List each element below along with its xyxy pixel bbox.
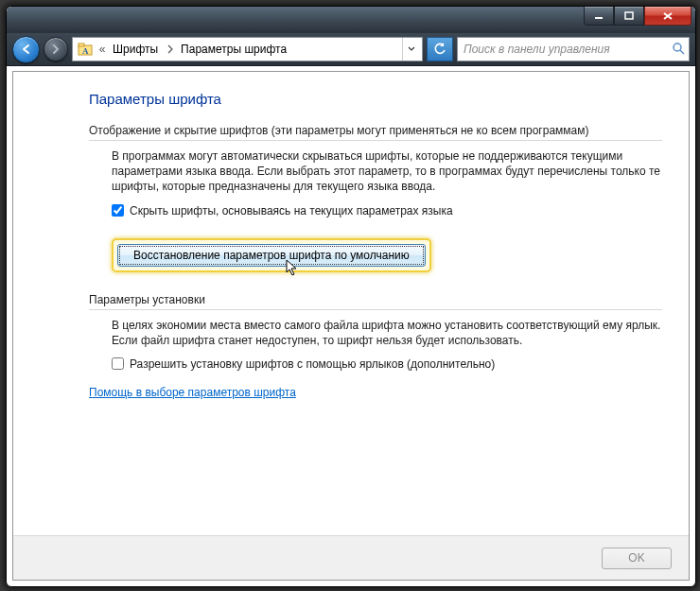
minimize-icon bbox=[594, 11, 604, 21]
allow-shortcut-install-row[interactable]: Разрешить установку шрифтов с помощью яр… bbox=[112, 357, 662, 371]
svg-text:A: A bbox=[82, 46, 89, 56]
breadcrumb[interactable]: A « Шрифты Параметры шрифта bbox=[72, 37, 423, 61]
refresh-icon bbox=[433, 43, 446, 56]
close-button[interactable] bbox=[644, 6, 691, 26]
section2-body: В целях экономии места вместо самого фай… bbox=[112, 318, 662, 348]
section1-header-text: Отображение и скрытие шрифтов (эти парам… bbox=[89, 124, 589, 137]
chevron-down-icon bbox=[408, 46, 415, 52]
content-inner: Параметры шрифта Отображение и скрытие ш… bbox=[13, 72, 689, 535]
ok-button[interactable]: OK bbox=[602, 548, 672, 569]
back-button[interactable] bbox=[12, 36, 40, 63]
content-pane: Параметры шрифта Отображение и скрытие ш… bbox=[12, 71, 690, 581]
search-box[interactable] bbox=[457, 37, 690, 61]
navigation-bar: A « Шрифты Параметры шрифта bbox=[7, 33, 695, 66]
close-icon bbox=[662, 11, 674, 21]
svg-rect-1 bbox=[625, 12, 633, 19]
folder-icon: A bbox=[77, 41, 94, 58]
restore-button-highlight: Восстановление параметров шрифта по умол… bbox=[112, 238, 431, 272]
search-icon bbox=[672, 42, 685, 58]
title-bar bbox=[7, 7, 695, 33]
allow-shortcut-install-checkbox[interactable] bbox=[112, 357, 124, 370]
svg-line-6 bbox=[680, 50, 684, 54]
section1-body: В программах могут автоматически скрыват… bbox=[112, 148, 662, 195]
allow-shortcut-install-label: Разрешить установку шрифтов с помощью яр… bbox=[130, 357, 495, 371]
section2-header: Параметры установки bbox=[89, 293, 662, 310]
section2-header-text: Параметры установки bbox=[89, 293, 205, 306]
page-title: Параметры шрифта bbox=[89, 91, 662, 107]
chevron-left-double-icon: « bbox=[96, 43, 109, 56]
footer-bar: OK bbox=[13, 535, 689, 580]
search-input[interactable] bbox=[462, 42, 672, 57]
svg-point-5 bbox=[674, 43, 681, 51]
section1-header: Отображение и скрытие шрифтов (эти парам… bbox=[89, 124, 662, 141]
arrow-right-icon bbox=[50, 43, 61, 55]
control-panel-window: A « Шрифты Параметры шрифта Параметры шр… bbox=[6, 6, 696, 587]
help-link[interactable]: Помощь в выборе параметров шрифта bbox=[89, 386, 296, 399]
arrow-left-icon bbox=[20, 43, 33, 56]
maximize-button[interactable] bbox=[614, 6, 644, 26]
refresh-button[interactable] bbox=[427, 37, 453, 61]
breadcrumb-dropdown[interactable] bbox=[402, 38, 420, 61]
hide-fonts-label: Скрыть шрифты, основываясь на текущих па… bbox=[130, 204, 453, 217]
window-controls bbox=[584, 6, 691, 26]
hide-fonts-checkbox[interactable] bbox=[112, 204, 124, 217]
forward-button[interactable] bbox=[44, 37, 68, 61]
maximize-icon bbox=[624, 11, 634, 21]
minimize-button[interactable] bbox=[584, 6, 614, 26]
chevron-right-icon bbox=[164, 44, 177, 54]
svg-rect-0 bbox=[595, 17, 603, 19]
restore-defaults-button[interactable]: Восстановление параметров шрифта по умол… bbox=[117, 244, 426, 267]
breadcrumb-seg-fonts[interactable]: Шрифты bbox=[109, 38, 164, 61]
hide-fonts-checkbox-row[interactable]: Скрыть шрифты, основываясь на текущих па… bbox=[112, 204, 662, 217]
breadcrumb-seg-params[interactable]: Параметры шрифта bbox=[177, 38, 292, 61]
